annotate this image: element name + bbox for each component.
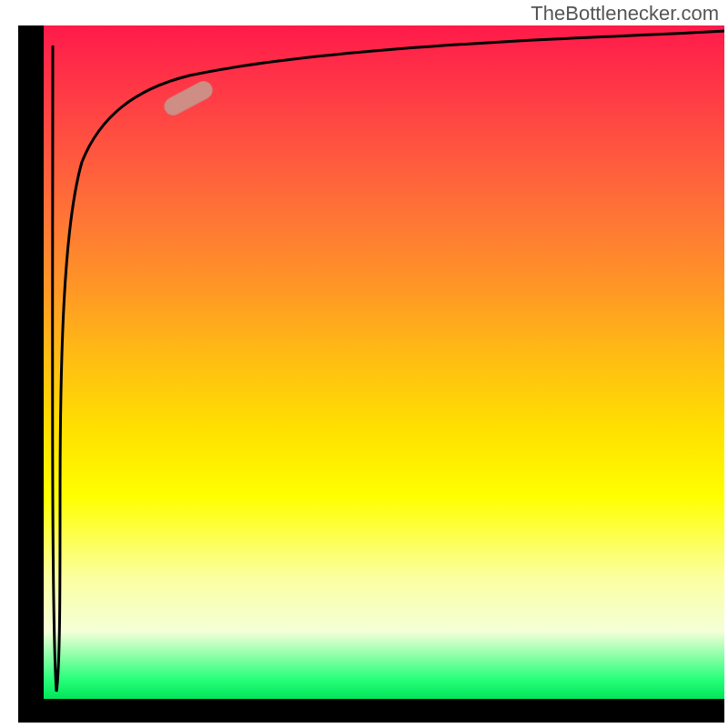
curve-layer bbox=[44, 25, 724, 699]
curve-drop bbox=[53, 46, 60, 692]
attribution-label: TheBottlenecker.com bbox=[531, 2, 719, 25]
chart-container: TheBottlenecker.com bbox=[0, 0, 728, 728]
curve-main bbox=[60, 31, 724, 499]
y-axis bbox=[18, 25, 44, 701]
x-axis bbox=[18, 699, 724, 723]
